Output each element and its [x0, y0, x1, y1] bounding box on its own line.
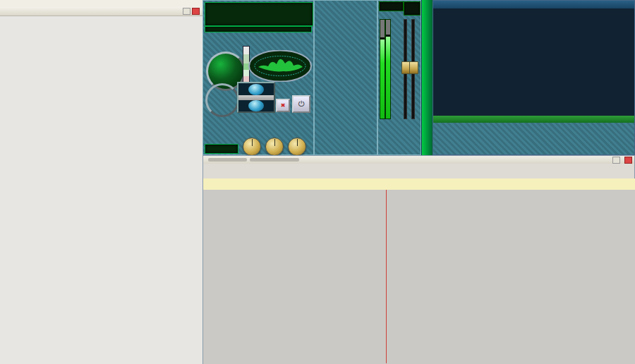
pin-icon[interactable] [183, 8, 190, 15]
meter-panel [377, 0, 421, 155]
parameters-panel [314, 0, 377, 155]
waveform-editor [202, 155, 635, 364]
machine-knob-3[interactable] [288, 138, 306, 156]
lcd-display [205, 2, 313, 26]
spectrum-toolbar [433, 1, 634, 8]
blurred-text-1 [208, 158, 247, 162]
meter-scale [391, 18, 400, 119]
spectrum-plot [433, 8, 635, 116]
lcd-info-row [205, 26, 312, 32]
editor-pin-icon[interactable] [612, 157, 620, 164]
editor-toolbar [203, 164, 634, 179]
radius-scope [237, 82, 275, 113]
angle-gauge [205, 83, 239, 117]
frequency-scale [433, 116, 634, 123]
radius-blob-top [248, 84, 264, 95]
histogram-window [0, 7, 203, 364]
close-icon[interactable] [192, 8, 200, 15]
blurred-text-2 [250, 158, 299, 162]
eject-button[interactable]: ✖ [276, 99, 290, 112]
tracks-area [203, 190, 635, 364]
spectrum-analyzer [433, 0, 635, 155]
amplitude-scope [248, 50, 312, 82]
editor-titlebar [203, 156, 634, 164]
machine-knob-2[interactable] [265, 138, 284, 156]
eq-section [433, 123, 634, 154]
lcd-counters [246, 3, 313, 25]
radius-band [238, 95, 274, 100]
editor-close-icon[interactable] [624, 157, 632, 164]
cutting-machine-panel: ✖ ⏻ [202, 0, 314, 155]
level-meter-left [380, 19, 385, 119]
machine-knob-1[interactable] [243, 138, 261, 156]
green-display [379, 1, 404, 11]
histogram-titlebar [0, 7, 202, 16]
fader-left[interactable] [404, 19, 407, 119]
playhead[interactable] [386, 190, 387, 363]
radius-blob-bottom [248, 100, 264, 111]
level-meter-right [385, 19, 391, 119]
orange-display [404, 1, 421, 16]
spectrum-side-meter [421, 0, 433, 155]
timeline[interactable] [203, 178, 635, 190]
machine-value-box [205, 144, 238, 154]
desktop: ✖ ⏻ [0, 0, 635, 364]
power-button[interactable]: ⏻ [292, 95, 310, 113]
